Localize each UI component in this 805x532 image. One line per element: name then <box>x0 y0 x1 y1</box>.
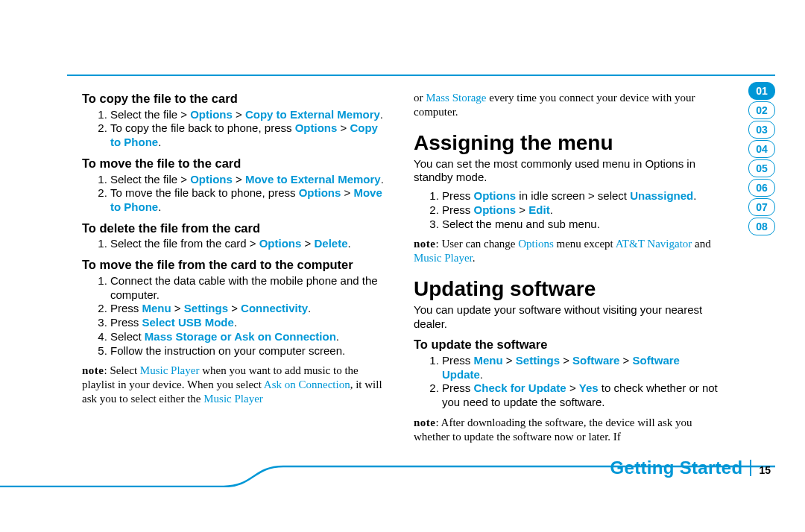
top-rule <box>67 75 775 76</box>
step: Press Check for Update > Yes to check wh… <box>442 381 723 410</box>
steps-update-software: Press Menu > Settings > Software > Softw… <box>414 354 723 410</box>
step: Select the file > Options > Copy to Exte… <box>110 108 391 122</box>
step: To move the file back to phone, press Op… <box>110 186 391 215</box>
chapter-tab[interactable]: 05 <box>748 159 775 177</box>
chapter-tabs: 01 02 03 04 05 06 07 08 <box>748 82 775 237</box>
step: Press Options > Edit. <box>442 203 723 218</box>
step: Connect the data cable with the mobile p… <box>110 274 391 303</box>
paragraph: You can update your software without vis… <box>414 303 723 332</box>
step: To copy the file back to phone, press Op… <box>110 121 391 150</box>
step: Press Menu > Settings > Software > Softw… <box>442 354 723 382</box>
subhead-update-software: To update the software <box>414 337 723 352</box>
step: Press Options in idle screen > select Un… <box>442 189 723 203</box>
chapter-tab[interactable]: 03 <box>748 121 775 139</box>
steps-copy-file: Select the file > Options > Copy to Exte… <box>82 108 391 150</box>
chapter-tab[interactable]: 07 <box>748 198 775 216</box>
page-number: 15 <box>759 464 771 476</box>
note-assigning-menu: note: User can change Options menu excep… <box>414 237 723 265</box>
step: Select the menu and sub menu. <box>442 218 723 232</box>
note-music-player: note: Select Music Player when you want … <box>82 364 391 405</box>
paragraph: You can set the most commonly used menu … <box>414 157 723 186</box>
heading-assigning-menu: Assigning the menu <box>414 130 723 156</box>
footer-section-title: Getting Started <box>610 457 743 478</box>
chapter-tab[interactable]: 06 <box>748 179 775 197</box>
step: Select the file > Options > Move to Exte… <box>110 173 391 187</box>
chapter-tab[interactable]: 01 <box>748 82 775 100</box>
chapter-tab[interactable]: 04 <box>748 140 775 158</box>
subhead-move-to-computer: To move the file from the card to the co… <box>82 257 391 273</box>
step: Press Menu > Settings > Connectivity. <box>110 302 391 316</box>
chapter-tab[interactable]: 02 <box>748 101 775 119</box>
manual-page: 01 02 03 04 05 06 07 08 To copy the file… <box>0 0 805 532</box>
footer-divider-icon <box>750 460 751 476</box>
subhead-move-file: To move the file to the card <box>82 156 391 171</box>
note-updating-software: note: After downloading the software, th… <box>414 416 723 444</box>
step: Select the file from the card > Options … <box>110 237 391 251</box>
step: Select Mass Storage or Ask on Connection… <box>110 330 391 344</box>
continuation-text: or Mass Storage every time you connect y… <box>414 91 723 119</box>
heading-updating-software: Updating software <box>414 276 723 302</box>
step: Follow the instruction on your computer … <box>110 344 391 358</box>
steps-move-file: Select the file > Options > Move to Exte… <box>82 173 391 215</box>
steps-move-to-computer: Connect the data cable with the mobile p… <box>82 274 391 358</box>
left-column: To copy the file to the card Select the … <box>82 82 391 448</box>
subhead-copy-file: To copy the file to the card <box>82 91 391 107</box>
steps-delete-file: Select the file from the card > Options … <box>82 237 391 251</box>
content-columns: To copy the file to the card Select the … <box>82 82 753 448</box>
right-column: or Mass Storage every time you connect y… <box>414 82 753 448</box>
subhead-delete-file: To delete the file from the card <box>82 221 391 236</box>
chapter-tab[interactable]: 08 <box>748 218 775 235</box>
step: Press Select USB Mode. <box>110 316 391 330</box>
steps-assigning-menu: Press Options in idle screen > select Un… <box>414 189 723 231</box>
footer: Getting Started 15 <box>610 457 771 478</box>
